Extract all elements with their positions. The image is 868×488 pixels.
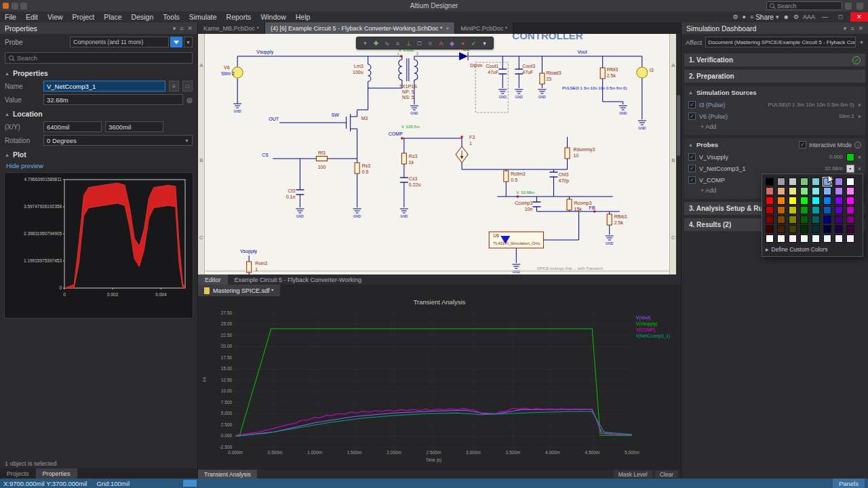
color-swatch[interactable] — [766, 197, 774, 205]
panels-button[interactable]: Panels — [833, 479, 865, 488]
checkbox[interactable]: ✓ — [688, 113, 696, 120]
workspace-icon[interactable] — [856, 3, 863, 9]
y-field[interactable] — [105, 121, 163, 132]
rotation-dropdown[interactable]: 0 Degrees▼ — [43, 135, 193, 146]
section-location[interactable]: ▲Location — [0, 106, 197, 120]
color-swatch[interactable] — [800, 225, 808, 233]
color-swatch[interactable] — [812, 235, 820, 243]
source-row[interactable]: ✓I3 (Pulse)PULSE(0 1 3m 10n 10n 0.5m 6m … — [684, 99, 865, 110]
power-port-icon[interactable]: ⊥ — [403, 40, 414, 47]
remove-icon[interactable]: × — [858, 102, 861, 108]
panel-pin-icon[interactable]: ≡ — [180, 25, 183, 32]
probe-row[interactable]: ✓V_NetCcomp3_132.68m▾× — [684, 163, 865, 174]
color-swatch[interactable] — [823, 206, 831, 214]
section-plot[interactable]: ▲Plot — [0, 147, 197, 161]
chevron-down-icon[interactable]: ▼ — [184, 37, 193, 47]
schematic-canvas[interactable]: GNDGNDGNDGNDGNDGNDGNDGNDGNDGNDGNDGNDVsup… — [198, 34, 681, 274]
color-swatch[interactable] — [766, 206, 774, 214]
color-swatch[interactable] — [789, 216, 797, 224]
color-swatch[interactable] — [823, 216, 831, 224]
value-field[interactable] — [43, 94, 183, 105]
color-swatch[interactable] — [846, 235, 854, 243]
color-swatch[interactable] — [789, 225, 797, 233]
menu-help[interactable]: Help — [291, 13, 315, 21]
maximize-button[interactable]: □ — [835, 12, 846, 22]
probes-header[interactable]: ▲Probes ✓Interactive Modei — [684, 138, 865, 151]
checkbox[interactable]: ✓ — [688, 165, 696, 172]
add-part-icon[interactable]: ✚ — [371, 40, 381, 47]
color-swatch[interactable] — [812, 178, 820, 186]
color-swatch[interactable] — [789, 206, 797, 214]
color-swatch[interactable] — [846, 178, 854, 186]
transient-analysis-tab[interactable]: Transient Analysis — [198, 470, 257, 479]
color-swatch-button[interactable]: ▾ — [846, 165, 854, 173]
check-icon[interactable]: ✓ — [469, 40, 479, 47]
panel-menu-icon[interactable]: ▾ — [844, 25, 847, 32]
vertical-scrollbar[interactable] — [676, 34, 681, 274]
section-preparation[interactable]: 2. Preparation — [684, 70, 865, 83]
color-swatch[interactable] — [777, 187, 785, 195]
color-swatch[interactable] — [846, 206, 854, 214]
color-swatch[interactable] — [812, 216, 820, 224]
convert-icon[interactable]: □ — [182, 81, 193, 92]
minimize-button[interactable]: — — [819, 12, 831, 22]
color-swatch[interactable] — [846, 225, 854, 233]
checkbox[interactable]: ✓ — [688, 101, 696, 108]
panel-close-icon[interactable]: ✕ — [187, 25, 193, 32]
color-picker-popup[interactable]: ▸Define Custom Colors — [762, 174, 863, 257]
menu-project[interactable]: Project — [68, 13, 100, 21]
layout-icon[interactable] — [845, 3, 852, 9]
color-swatch[interactable] — [789, 178, 797, 186]
avatar-icon[interactable]: ☻ — [783, 14, 789, 20]
color-swatch[interactable] — [823, 235, 831, 243]
select-cursor-icon[interactable]: + — [360, 40, 370, 47]
menu-window[interactable]: Window — [256, 13, 290, 21]
color-swatch[interactable] — [789, 187, 797, 195]
menu-reports[interactable]: Reports — [222, 13, 256, 21]
close-tab-icon[interactable]: × — [446, 25, 449, 31]
color-swatch[interactable] — [846, 216, 854, 224]
remove-icon[interactable]: × — [858, 154, 861, 161]
color-swatch[interactable] — [812, 197, 820, 205]
selector-text[interactable]: Components (and 11 more) — [70, 37, 169, 47]
scrollbar-thumb[interactable] — [677, 95, 680, 156]
doc-tab[interactable]: Kame_MB.PcbDoc * — [198, 22, 265, 34]
gear-icon[interactable]: ⚙ — [732, 14, 738, 20]
x-field[interactable] — [43, 121, 102, 132]
properties-search-input[interactable]: Search — [5, 52, 193, 64]
color-swatch[interactable] — [800, 178, 808, 186]
add-source-button[interactable]: + Add — [684, 122, 865, 133]
sdf-tab[interactable]: Mastering SPICE.sdf * — [198, 285, 280, 296]
hide-preview-link[interactable]: Hide preview — [0, 161, 197, 171]
color-swatch[interactable] — [812, 225, 820, 233]
place-text-icon[interactable]: A — [436, 40, 446, 47]
doc-tab[interactable]: (4) [6] Example Circuit 5 - Flyback Conv… — [265, 22, 455, 34]
menu-file[interactable]: File — [0, 13, 21, 21]
mask-level-button[interactable]: Mask Level — [614, 470, 652, 478]
share-button[interactable]: ≡Share▾ — [750, 14, 778, 21]
panel-tab-properties[interactable]: Properties — [36, 468, 77, 479]
color-swatch[interactable] — [777, 216, 785, 224]
panel-pin-icon[interactable]: ≡ — [850, 25, 854, 32]
color-swatch[interactable] — [766, 225, 774, 233]
color-swatch[interactable] — [766, 216, 774, 224]
place-wire-icon[interactable]: ∿ — [382, 40, 392, 47]
probe-row[interactable]: ✓V_Vsupply0.000× — [684, 151, 865, 163]
info-icon[interactable]: i — [854, 142, 861, 148]
color-swatch[interactable] — [777, 178, 785, 186]
checkbox[interactable]: ✓ — [688, 176, 696, 184]
place-probe-icon[interactable]: ● — [458, 40, 468, 47]
save-icon[interactable] — [12, 3, 18, 9]
color-swatch[interactable] — [823, 225, 831, 233]
color-swatch[interactable] — [789, 235, 797, 243]
color-swatch[interactable] — [835, 235, 843, 243]
color-swatch[interactable] — [812, 206, 820, 214]
settings-icon[interactable]: ⚙ — [793, 14, 799, 20]
place-arc-icon[interactable]: ○ — [425, 40, 435, 47]
panel-close-icon[interactable]: ✕ — [858, 25, 863, 32]
string-type-icon[interactable]: ≡ — [169, 81, 179, 92]
place-part-icon[interactable]: □ — [414, 40, 425, 47]
filter-icon[interactable] — [170, 37, 182, 47]
clear-button[interactable]: Clear — [655, 470, 678, 478]
section-properties[interactable]: ▲Properties — [0, 66, 197, 79]
